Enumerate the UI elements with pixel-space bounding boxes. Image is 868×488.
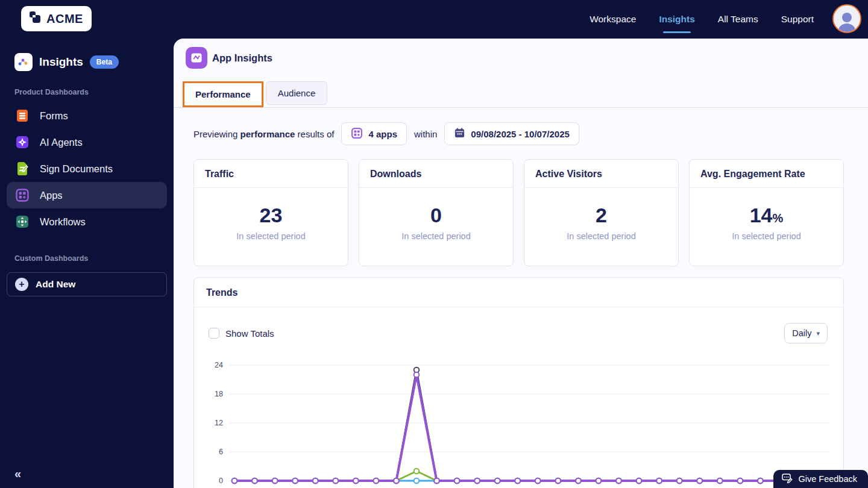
stat-card-title: Active Visitors (524, 160, 678, 188)
data-point-traffic (596, 478, 602, 484)
stat-card-downloads: Downloads 0 In selected period (359, 159, 514, 266)
add-new-button[interactable]: + Add New (7, 272, 167, 296)
tab-audience[interactable]: Audience (266, 81, 328, 105)
sign-documents-icon (14, 161, 30, 177)
data-point-traffic (374, 478, 379, 484)
header-divider (174, 107, 868, 108)
app-insights-header: App Insights (174, 39, 868, 69)
data-point-traffic (717, 478, 723, 484)
workflows-icon (14, 214, 30, 230)
custom-dashboards-label: Custom Dashboards (0, 254, 174, 263)
data-point-traffic (737, 478, 743, 484)
forms-icon (14, 108, 30, 124)
page-title: App Insights (212, 52, 272, 64)
nav-item-all-teams[interactable]: All Teams (718, 14, 758, 25)
data-point-traffic (758, 478, 763, 484)
insights-product-icon (14, 53, 33, 71)
data-point-traffic (535, 478, 541, 484)
beta-badge: Beta (90, 55, 119, 69)
data-point-traffic (697, 478, 702, 484)
show-totals-checkbox[interactable] (209, 328, 219, 339)
data-point-traffic (232, 478, 237, 484)
stat-card-value: 14% (690, 204, 843, 227)
apps-filter-button[interactable]: 4 apps (341, 122, 407, 145)
sidebar-item-sign-documents[interactable]: Sign Documents (0, 155, 174, 182)
nav-item-insights[interactable]: Insights (659, 14, 694, 25)
stat-card-caption: In selected period (359, 231, 513, 241)
data-point-traffic (677, 478, 682, 484)
apps-filter-label: 4 apps (368, 129, 397, 139)
nav-item-support[interactable]: Support (781, 14, 814, 25)
data-point-traffic (272, 478, 278, 484)
sidebar-product-header: Insights Beta (0, 39, 174, 71)
data-point-traffic (515, 478, 520, 484)
chevron-down-icon: ▾ (816, 330, 820, 337)
trends-title: Trends (194, 278, 843, 307)
data-point-traffic (414, 372, 420, 378)
data-point-downloads (414, 478, 420, 484)
data-point-active-visitors (414, 469, 420, 474)
tab-performance[interactable]: Performance (183, 81, 263, 107)
sidebar-item-label: Forms (40, 110, 68, 122)
data-point-traffic (474, 478, 480, 484)
stat-card-caption: In selected period (524, 231, 678, 241)
main-panel: App Insights Performance Audience Previe… (174, 39, 868, 488)
stat-card-active-visitors: Active Visitors 2 In selected period (524, 159, 679, 266)
within-label: within (414, 129, 437, 139)
sidebar-item-label: Sign Documents (40, 163, 113, 175)
acme-logo[interactable]: ACME (21, 6, 92, 31)
data-point-traffic (616, 478, 621, 484)
sidebar-item-label: AI Agents (40, 137, 83, 148)
sidebar-item-ai-agents[interactable]: AI Agents (0, 129, 174, 155)
stat-card-caption: In selected period (690, 231, 843, 241)
tabs: Performance Audience (183, 81, 868, 107)
interval-label: Daily (792, 328, 811, 338)
app-insights-icon (186, 47, 207, 69)
give-feedback-button[interactable]: Give Feedback (773, 470, 868, 488)
data-point-traffic (495, 478, 500, 484)
data-point-traffic (656, 478, 662, 484)
add-new-label: Add New (36, 279, 75, 290)
date-range-button[interactable]: 09/08/2025 - 10/07/2025 (444, 122, 579, 145)
top-nav: Workspace Insights All Teams Support (590, 0, 814, 39)
data-point-traffic (637, 478, 642, 484)
sidebar-item-forms[interactable]: Forms (0, 102, 174, 129)
interval-dropdown[interactable]: Daily ▾ (784, 323, 828, 343)
show-totals-label: Show Totals (225, 328, 274, 339)
user-avatar[interactable] (832, 4, 861, 33)
sidebar-nav-list: Forms AI Agents Sign Docume (0, 102, 174, 235)
topbar: ACME Workspace Insights All Teams Suppor… (0, 0, 868, 39)
preview-row: Previewing performance results of 4 apps… (193, 122, 868, 145)
stat-card-title: Avg. Engagement Rate (690, 160, 843, 188)
feedback-icon (782, 473, 793, 486)
svg-text:24: 24 (215, 361, 223, 369)
apps-icon (351, 127, 363, 141)
svg-text:6: 6 (219, 448, 223, 456)
feedback-label: Give Feedback (798, 474, 857, 484)
plus-icon: + (15, 278, 28, 291)
sidebar-product-name: Insights (39, 55, 83, 69)
nav-item-workspace[interactable]: Workspace (590, 14, 636, 25)
ai-agents-icon (14, 134, 30, 150)
calendar-icon (454, 127, 465, 140)
data-point-traffic (313, 478, 318, 484)
data-point-traffic (394, 478, 399, 484)
preview-bold-word: performance (241, 129, 295, 139)
stat-card-value: 23 (194, 204, 348, 227)
sidebar-item-label: Workflows (40, 216, 86, 228)
sidebar-item-apps[interactable]: Apps (7, 182, 167, 208)
data-point-traffic (454, 478, 460, 484)
acme-logo-text: ACME (46, 12, 83, 26)
product-dashboards-label: Product Dashboards (0, 88, 174, 96)
sidebar-collapse-icon[interactable]: « (14, 467, 21, 481)
sidebar-item-workflows[interactable]: Workflows (0, 208, 174, 235)
show-totals-toggle[interactable]: Show Totals (209, 328, 274, 339)
stat-card-title: Downloads (359, 160, 513, 188)
svg-text:0: 0 (219, 477, 223, 485)
stat-card-engagement-rate: Avg. Engagement Rate 14% In selected per… (689, 159, 844, 266)
preview-text: Previewing performance results of (193, 129, 334, 139)
acme-logo-icon (28, 10, 42, 27)
data-point-traffic (556, 478, 561, 484)
stat-card-traffic: Traffic 23 In selected period (193, 159, 348, 266)
stat-card-value: 2 (524, 204, 678, 227)
